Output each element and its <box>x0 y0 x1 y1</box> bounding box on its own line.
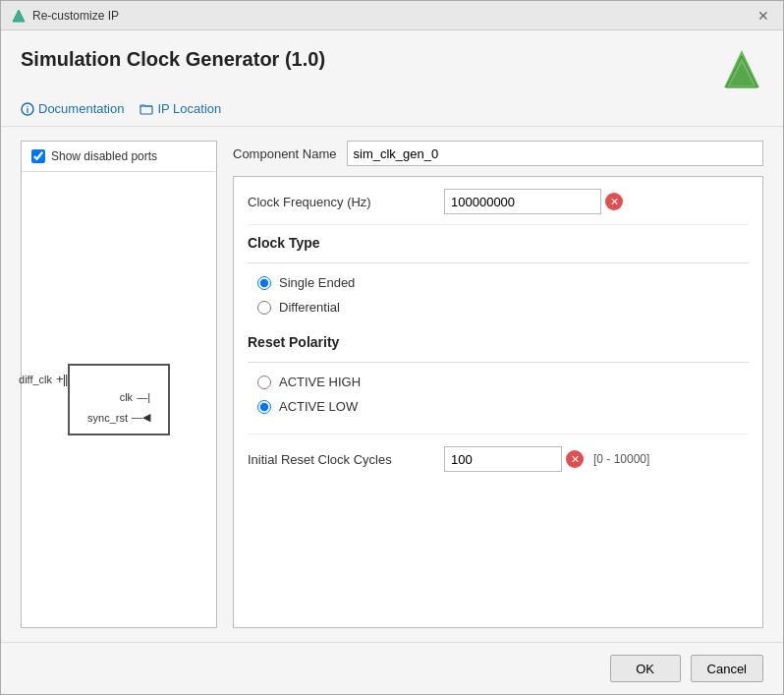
vendor-logo <box>720 48 763 91</box>
clock-type-divider <box>248 262 749 263</box>
reset-active-high-radio[interactable] <box>257 376 271 389</box>
svg-text:i: i <box>27 105 29 115</box>
info-icon: i <box>21 102 34 116</box>
component-name-label: Component Name <box>233 146 337 161</box>
reset-active-low-radio[interactable] <box>257 400 271 414</box>
initial-reset-clear-btn[interactable]: ✕ <box>566 450 584 468</box>
clock-freq-row: Clock Frequency (Hz) ✕ <box>248 189 749 225</box>
footer: OK Cancel <box>1 642 783 694</box>
diff-clk-connector: +|| <box>56 372 67 386</box>
initial-reset-input[interactable] <box>444 446 562 472</box>
clock-type-title: Clock Type <box>248 235 749 251</box>
reset-polarity-radio-group: ACTIVE HIGH ACTIVE LOW <box>257 375 749 414</box>
dialog: Re-customize IP ✕ Simulation Clock Gener… <box>0 0 784 695</box>
port-sync-rst: sync_rst —◀ <box>87 411 150 424</box>
clock-type-single-ended-label: Single Ended <box>279 275 355 290</box>
port-diff-clk: diff_clk +|| <box>19 372 67 386</box>
component-name-input[interactable] <box>347 141 764 166</box>
dialog-title: Simulation Clock Generator (1.0) <box>21 48 325 71</box>
left-panel: Show disabled ports diff_clk +|| <box>21 141 217 628</box>
params-panel: Clock Frequency (Hz) ✕ Clock Type <box>233 176 763 628</box>
clock-type-differential[interactable]: Differential <box>257 300 749 315</box>
reset-active-low[interactable]: ACTIVE LOW <box>257 399 749 414</box>
clock-freq-clear-btn[interactable]: ✕ <box>605 193 623 210</box>
title-bar: Re-customize IP ✕ <box>1 1 783 30</box>
main-content: Show disabled ports diff_clk +|| <box>1 127 783 642</box>
clock-freq-input-wrap: ✕ <box>444 189 623 214</box>
right-ports: clk —| sync_rst —◀ <box>87 391 150 424</box>
ip-location-label: IP Location <box>157 101 221 116</box>
clock-freq-label: Clock Frequency (Hz) <box>248 195 444 209</box>
left-panel-header: Show disabled ports <box>22 142 216 172</box>
initial-reset-label: Initial Reset Clock Cycles <box>248 452 444 467</box>
reset-active-high[interactable]: ACTIVE HIGH <box>257 375 749 389</box>
app-icon <box>11 8 27 24</box>
clock-type-single-ended-radio[interactable] <box>257 276 271 290</box>
component-diagram: diff_clk +|| clk —| sync_ <box>68 364 170 435</box>
component-name-row: Component Name <box>233 141 763 166</box>
show-disabled-ports-checkbox[interactable] <box>31 149 45 163</box>
right-panel: Component Name Clock Frequency (Hz) ✕ <box>233 141 763 628</box>
clock-type-radio-group: Single Ended Differential <box>257 275 749 315</box>
cancel-button[interactable]: Cancel <box>691 655 763 682</box>
initial-reset-range: [0 - 10000] <box>593 452 649 466</box>
clock-type-differential-radio[interactable] <box>257 301 271 315</box>
reset-polarity-title: Reset Polarity <box>248 334 749 350</box>
ip-location-link[interactable]: IP Location <box>140 101 221 116</box>
reset-active-low-label: ACTIVE LOW <box>279 399 358 414</box>
clock-type-section: Clock Type Single Ended Differential <box>248 235 749 315</box>
documentation-link[interactable]: i Documentation <box>21 101 124 116</box>
title-bar-left: Re-customize IP <box>11 8 119 24</box>
sync-rst-connector: —◀ <box>132 411 150 424</box>
initial-reset-row: Initial Reset Clock Cycles ✕ [0 - 10000] <box>248 434 749 482</box>
reset-polarity-divider <box>248 362 749 363</box>
window-title: Re-customize IP <box>32 9 119 23</box>
clock-type-differential-label: Differential <box>279 300 340 315</box>
dialog-body: Simulation Clock Generator (1.0) i Docum… <box>1 30 783 694</box>
close-button[interactable]: ✕ <box>754 6 773 26</box>
header-section: Simulation Clock Generator (1.0) <box>1 30 783 101</box>
clock-type-single-ended[interactable]: Single Ended <box>257 275 749 290</box>
reset-polarity-section: Reset Polarity ACTIVE HIGH ACTIVE LOW <box>248 334 749 414</box>
nav-bar: i Documentation IP Location <box>1 101 783 127</box>
diagram-area: diff_clk +|| clk —| sync_ <box>22 172 216 627</box>
clock-freq-input[interactable] <box>444 189 601 214</box>
port-clk: clk —| <box>120 391 150 403</box>
params-scroll-inner: Clock Frequency (Hz) ✕ Clock Type <box>234 177 762 503</box>
show-disabled-ports-label: Show disabled ports <box>51 149 157 163</box>
initial-reset-input-wrap: ✕ [0 - 10000] <box>444 446 649 472</box>
reset-active-high-label: ACTIVE HIGH <box>279 375 361 389</box>
component-box: clk —| sync_rst —◀ <box>68 364 170 435</box>
documentation-label: Documentation <box>38 101 124 116</box>
ok-button[interactable]: OK <box>610 655 681 682</box>
clk-connector: —| <box>137 391 150 403</box>
folder-icon <box>140 102 153 116</box>
svg-rect-6 <box>140 106 152 114</box>
svg-marker-0 <box>13 10 25 22</box>
